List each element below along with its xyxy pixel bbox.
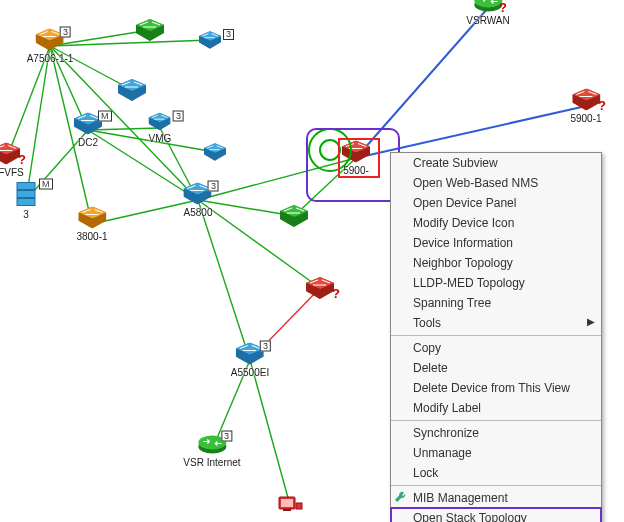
menu-item-open-stack-topology[interactable]: Open Stack Topology: [390, 507, 602, 522]
svg-rect-74: [17, 183, 35, 190]
device-node-dev_green_mid[interactable]: [280, 205, 308, 227]
switch-red-icon: ?: [306, 277, 334, 299]
warning-icon: ?: [18, 152, 26, 167]
device-node-a5500[interactable]: 3A5500EI: [231, 343, 269, 378]
svg-line-22: [250, 360, 290, 505]
node-label: A5500EI: [231, 367, 269, 378]
stack-blue-icon: M: [15, 181, 37, 207]
node-badge: 3: [60, 27, 71, 38]
svg-line-2: [50, 40, 210, 46]
menu-item-synchronize[interactable]: Synchronize: [391, 423, 601, 443]
node-badge: M: [98, 111, 112, 122]
topology-canvas[interactable]: { "colors": { "green_link": "#1aa81a", "…: [0, 0, 624, 522]
menu-item-lock[interactable]: Lock: [391, 463, 601, 483]
switch-blue-icon: 3: [236, 343, 264, 365]
menu-item-tools[interactable]: Tools▶: [391, 313, 601, 333]
switch-blue-icon: M: [74, 113, 102, 135]
menu-item-lldp-med-topology[interactable]: LLDP-MED Topology: [391, 273, 601, 293]
warning-icon: ?: [598, 98, 606, 113]
node-badge: 3: [173, 111, 184, 122]
node-label: 3: [23, 209, 29, 220]
node-badge: 3: [221, 431, 232, 442]
svg-rect-75: [17, 191, 35, 198]
svg-line-6: [50, 46, 198, 200]
node-badge: 3: [260, 341, 271, 352]
device-node-dev_red_mid[interactable]: ?: [306, 277, 334, 299]
node-label: VSRWAN: [466, 15, 509, 26]
switch-blue-small-icon: 3: [149, 113, 171, 131]
context-menu[interactable]: Create SubviewOpen Web-Based NMSOpen Dev…: [390, 152, 602, 522]
switch-green-icon: [280, 205, 308, 227]
selected-device-box: [338, 138, 380, 178]
node-label: IRFVFS: [0, 167, 24, 178]
menu-item-create-subview[interactable]: Create Subview: [391, 153, 601, 173]
router-green-icon: 3: [197, 433, 227, 455]
wrench-icon: [394, 490, 408, 504]
menu-item-neighbor-topology[interactable]: Neighbor Topology: [391, 253, 601, 273]
device-node-pc_red[interactable]: [277, 495, 303, 515]
svg-line-4: [26, 46, 50, 200]
switch-orange-icon: 3: [36, 29, 64, 51]
device-node-a5800[interactable]: 3A5800: [184, 183, 213, 218]
node-badge: 3: [223, 29, 234, 40]
menu-item-unmanage[interactable]: Unmanage: [391, 443, 601, 463]
switch-blue-small-icon: 3: [199, 31, 221, 49]
node-badge: M: [39, 179, 53, 190]
node-label: A5800: [184, 207, 213, 218]
device-node-a7506[interactable]: 3A7506-1-1: [27, 29, 74, 64]
pc-red-icon: [277, 495, 303, 515]
switch-red-icon: ?: [572, 89, 600, 111]
device-node-stack3[interactable]: M3: [15, 181, 37, 220]
switch-red-icon: ?: [0, 143, 20, 165]
node-label: DC2: [78, 137, 98, 148]
router-green-icon: ?: [473, 0, 503, 13]
svg-line-12: [92, 200, 198, 224]
switch-green-icon: [136, 19, 164, 41]
menu-separator: [391, 335, 601, 336]
menu-item-delete-device-from-this-view[interactable]: Delete Device from This View: [391, 378, 601, 398]
menu-item-open-web-based-nms[interactable]: Open Web-Based NMS: [391, 173, 601, 193]
node-badge: 3: [208, 181, 219, 192]
svg-line-8: [88, 130, 198, 200]
menu-item-spanning-tree[interactable]: Spanning Tree: [391, 293, 601, 313]
device-node-dev_blue1[interactable]: [118, 79, 146, 101]
menu-item-modify-device-icon[interactable]: Modify Device Icon: [391, 213, 601, 233]
menu-item-mib-management[interactable]: MIB Management: [391, 488, 601, 508]
device-node-dc2[interactable]: MDC2: [74, 113, 102, 148]
device-node-dev_blue_small[interactable]: 3: [199, 31, 221, 49]
menu-item-device-information[interactable]: Device Information: [391, 233, 601, 253]
svg-rect-123: [283, 509, 291, 511]
svg-line-15: [198, 200, 250, 360]
node-label: A7506-1-1: [27, 53, 74, 64]
warning-icon: ?: [499, 0, 507, 15]
node-label: VMG: [149, 133, 172, 144]
svg-rect-76: [17, 199, 35, 206]
device-node-vmg[interactable]: 3VMG: [149, 113, 172, 144]
menu-separator: [391, 420, 601, 421]
svg-rect-124: [296, 503, 302, 509]
switch-orange-icon: [78, 207, 106, 229]
device-node-vsrwan[interactable]: ?VSRWAN: [466, 0, 509, 26]
node-label: 5900-1: [570, 113, 601, 124]
switch-blue-icon: 3: [184, 183, 212, 205]
switch-blue-icon: [118, 79, 146, 101]
device-node-vsrint[interactable]: 3VSR Internet: [183, 433, 240, 468]
menu-item-modify-label[interactable]: Modify Label: [391, 398, 601, 418]
menu-separator: [391, 485, 601, 486]
menu-item-delete[interactable]: Delete: [391, 358, 601, 378]
menu-item-open-device-panel[interactable]: Open Device Panel: [391, 193, 601, 213]
device-node-dev_green1[interactable]: [136, 19, 164, 41]
node-label: VSR Internet: [183, 457, 240, 468]
device-node-dev_unk1[interactable]: [204, 143, 226, 161]
device-node-n5900_1[interactable]: ?5900-1: [570, 89, 601, 124]
menu-item-copy[interactable]: Copy: [391, 338, 601, 358]
node-label: 3800-1: [76, 231, 107, 242]
device-node-irfvfs[interactable]: ?IRFVFS: [0, 143, 24, 178]
switch-blue-small-icon: [204, 143, 226, 161]
device-node-n3800[interactable]: 3800-1: [76, 207, 107, 242]
svg-rect-122: [281, 499, 293, 507]
warning-icon: ?: [332, 286, 340, 301]
submenu-arrow-icon: ▶: [587, 316, 595, 327]
